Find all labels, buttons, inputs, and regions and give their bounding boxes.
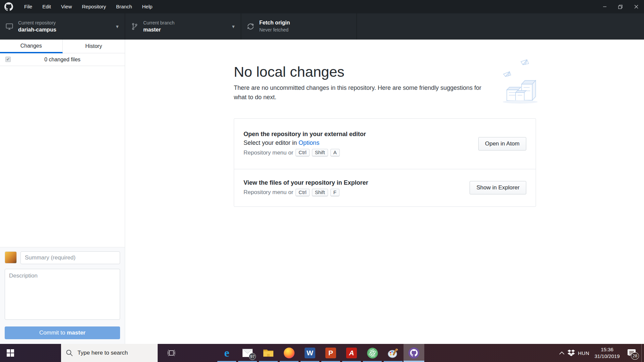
tray-chevron-icon[interactable] <box>559 351 565 355</box>
edge-icon: e <box>224 347 229 359</box>
commit-button-branch: master <box>67 329 86 336</box>
sync-icon <box>247 22 255 31</box>
suggestion-cards: Open the repository in your external edi… <box>234 118 536 207</box>
minimize-button[interactable] <box>597 0 612 13</box>
taskbar-mail[interactable]: 97 <box>237 344 258 362</box>
mail-unread-badge: 97 <box>249 353 256 360</box>
changes-list-empty <box>0 66 125 247</box>
commit-form: Commit to master <box>0 247 125 344</box>
branch-icon <box>130 22 139 31</box>
changed-files-row: ✔ 0 changed files <box>0 53 125 66</box>
shortcut-text: Repository menu or <box>244 149 293 156</box>
powerpoint-icon: P <box>325 348 336 358</box>
taskbar-edge[interactable]: e <box>216 344 237 362</box>
tab-changes[interactable]: Changes <box>0 40 63 53</box>
key-shift: Shift <box>312 189 328 196</box>
fetch-origin-button[interactable]: Fetch origin Never fetched <box>241 13 357 40</box>
key-ctrl: Ctrl <box>296 149 309 157</box>
taskbar-powerpoint[interactable]: P <box>320 344 341 362</box>
options-link[interactable]: Options <box>299 139 319 146</box>
main-content: No local changes There are no uncommitte… <box>125 40 644 344</box>
card-line-text: Select your editor in <box>244 139 299 146</box>
search-icon <box>66 349 73 357</box>
search-placeholder: Type here to search <box>77 350 128 356</box>
notification-center-button[interactable]: 28 <box>625 346 638 360</box>
clock[interactable]: 15:36 31/10/2019 <box>592 346 622 360</box>
page-subtitle: There are no uncommitted changes in this… <box>234 83 484 102</box>
menu-repository[interactable]: Repository <box>77 0 111 13</box>
notification-count-badge: 28 <box>631 352 639 360</box>
show-desktop-button[interactable] <box>641 344 643 362</box>
summary-input[interactable] <box>20 251 120 264</box>
windows-logo-icon <box>6 349 14 357</box>
no-changes-illustration <box>501 59 543 104</box>
menu-help[interactable]: Help <box>137 0 158 13</box>
current-repository-button[interactable]: Current repository dariah-campus ▼ <box>0 13 125 40</box>
key-a: A <box>330 149 340 157</box>
close-button[interactable] <box>628 0 644 13</box>
sidebar: Changes History ✔ 0 changed files Commit… <box>0 40 125 344</box>
file-explorer-icon <box>263 348 274 358</box>
commit-button[interactable]: Commit to master <box>5 326 120 339</box>
github-desktop-icon <box>408 347 420 359</box>
card-show-explorer: View the files of your repository in Exp… <box>234 169 536 206</box>
maximize-button[interactable] <box>612 0 628 13</box>
taskbar-explorer[interactable] <box>258 344 279 362</box>
card-title: View the files of your repository in Exp… <box>244 179 368 186</box>
menu-branch[interactable]: Branch <box>111 0 137 13</box>
taskbar-firefox[interactable] <box>279 344 300 362</box>
pinned-apps: e 97 W P <box>216 344 424 362</box>
taskbar-paint[interactable] <box>383 344 404 362</box>
shortcut-text: Repository menu or <box>244 189 293 196</box>
select-all-checkbox[interactable]: ✔ <box>5 57 11 62</box>
language-indicator[interactable]: HUN <box>578 350 589 356</box>
toolbar: Current repository dariah-campus ▼ Curre… <box>0 13 644 40</box>
current-repository-value: dariah-campus <box>18 26 56 34</box>
description-input[interactable] <box>5 269 120 320</box>
tab-history[interactable]: History <box>63 40 125 53</box>
card-open-editor: Open the repository in your external edi… <box>234 119 536 169</box>
open-in-atom-button[interactable]: Open in Atom <box>478 137 526 150</box>
github-logo-icon <box>4 2 13 11</box>
taskbar: Type here to search e 97 <box>0 344 644 362</box>
sidebar-tabs: Changes History <box>0 40 125 53</box>
key-shift: Shift <box>312 149 328 157</box>
atom-icon <box>367 348 378 359</box>
page-title: No local changes <box>234 40 536 80</box>
window-controls <box>597 0 644 13</box>
taskbar-acrobat[interactable]: A <box>341 344 362 362</box>
show-in-explorer-button[interactable]: Show in Explorer <box>470 181 526 194</box>
fetch-origin-status: Never fetched <box>259 26 290 33</box>
chevron-down-icon: ▼ <box>231 24 235 29</box>
key-ctrl: Ctrl <box>296 189 309 196</box>
current-branch-button[interactable]: Current branch master ▼ <box>125 13 241 40</box>
current-branch-value: master <box>143 26 174 34</box>
taskbar-github-desktop[interactable] <box>404 344 424 362</box>
chevron-down-icon: ▼ <box>115 24 119 29</box>
tray-time: 15:36 <box>592 346 622 353</box>
menu-edit[interactable]: Edit <box>37 0 56 13</box>
taskbar-atom[interactable] <box>362 344 383 362</box>
taskbar-search[interactable]: Type here to search <box>61 344 158 362</box>
monitor-icon <box>5 22 13 31</box>
avatar <box>5 251 17 263</box>
dropbox-icon[interactable] <box>568 350 575 356</box>
key-f: F <box>330 189 339 196</box>
system-tray: HUN 15:36 31/10/2019 28 <box>559 344 644 362</box>
acrobat-icon: A <box>346 348 357 358</box>
firefox-icon <box>284 348 294 358</box>
fetch-origin-label: Fetch origin <box>259 19 290 26</box>
menu-file[interactable]: File <box>19 0 37 13</box>
current-repository-label: Current repository <box>18 19 56 26</box>
word-icon: W <box>305 348 315 358</box>
menu-view[interactable]: View <box>56 0 77 13</box>
start-button[interactable] <box>0 344 21 362</box>
changed-files-count: 0 changed files <box>44 57 80 63</box>
paint-icon <box>387 348 399 358</box>
taskbar-word[interactable]: W <box>300 344 320 362</box>
titlebar: File Edit View Repository Branch Help <box>0 0 644 13</box>
task-view-button[interactable] <box>161 344 182 362</box>
current-branch-label: Current branch <box>143 19 174 26</box>
task-view-icon <box>167 349 176 357</box>
commit-button-prefix: Commit to <box>39 329 67 336</box>
